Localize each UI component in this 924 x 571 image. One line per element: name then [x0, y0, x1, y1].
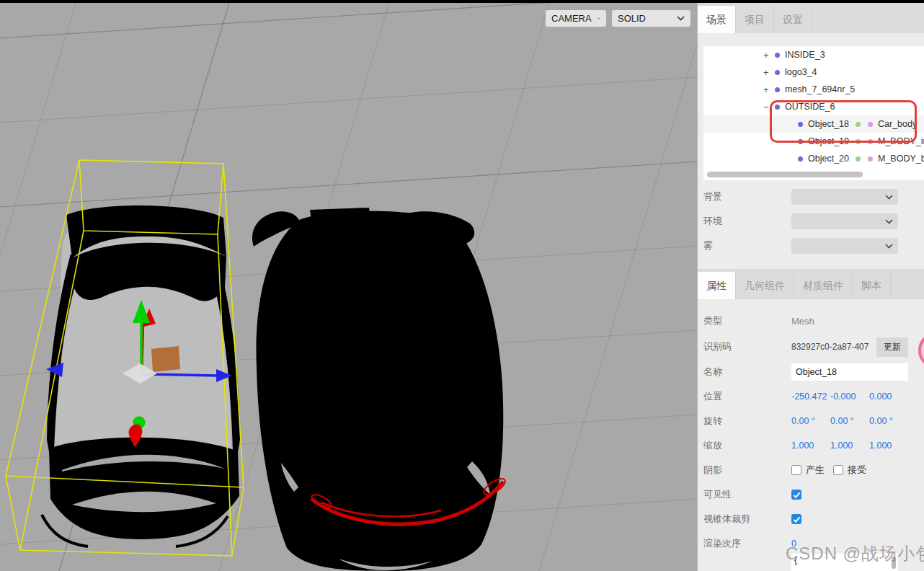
material-name: M_BODY_inside — [878, 136, 924, 146]
viewport-3d-canvas[interactable]: CAMERA SOLID — [0, 3, 697, 571]
outliner-row-inside3[interactable]: + INSIDE_3 — [703, 46, 924, 63]
visible-row: 可见性 — [703, 486, 923, 503]
environment-row: 环境 — [703, 213, 923, 230]
tab-settings[interactable]: 设置 — [774, 6, 812, 33]
crate-object[interactable] — [151, 346, 180, 372]
render-order-value[interactable]: 0 — [791, 539, 796, 549]
frustum-row: 视锥体裁剪 — [703, 510, 923, 528]
expand-toggle[interactable]: + — [763, 50, 775, 61]
object-dot — [798, 122, 803, 127]
position-label: 位置 — [703, 390, 791, 403]
check-icon — [793, 492, 801, 498]
fog-label: 雾 — [703, 239, 791, 252]
user-data-textarea[interactable]: { — [791, 554, 898, 571]
object-name: Object_18 — [808, 119, 849, 129]
tab-project[interactable]: 项目 — [736, 6, 774, 33]
position-y[interactable]: -0.000 — [830, 391, 869, 402]
rotation-x[interactable]: 0.00 ° — [791, 416, 830, 426]
collapse-toggle[interactable]: − — [763, 102, 775, 112]
type-row: 类型 Mesh — [703, 312, 923, 329]
visible-label: 可见性 — [703, 488, 791, 501]
shadow-cast-label: 产生 — [806, 464, 825, 477]
chevron-down-icon — [885, 195, 893, 200]
scale-label: 缩放 — [703, 439, 791, 452]
material-name: Car_body — [878, 119, 917, 129]
object-tabbar: 属性 几何组件 材质组件 脚本 — [698, 269, 924, 299]
chevron-down-icon — [885, 244, 893, 249]
geometry-dot — [856, 156, 861, 161]
type-label: 类型 — [703, 314, 791, 327]
tab-scene[interactable]: 场景 — [698, 6, 736, 33]
material-dot — [868, 156, 873, 161]
object-dot — [775, 87, 780, 92]
environment-select[interactable] — [791, 213, 898, 229]
shadow-receive-checkbox[interactable] — [833, 465, 843, 475]
check-icon — [793, 516, 801, 523]
object-name: Object_19 — [808, 136, 849, 146]
shading-select-value: SOLID — [618, 13, 646, 24]
user-data-value: { — [794, 555, 797, 565]
name-input[interactable] — [791, 363, 908, 381]
scene-outliner[interactable]: + INSIDE_3 + logo3_4 + mesh_7_694nr_5 − … — [703, 46, 924, 180]
object-dot — [775, 53, 780, 58]
car-model-second[interactable] — [252, 208, 507, 571]
shadow-row: 阴影 产生 接受 — [703, 461, 923, 479]
position-z[interactable]: 0.000 — [869, 391, 908, 402]
outliner-row-object19[interactable]: Object_19 M_BODY_inside — [703, 133, 924, 150]
scale-x[interactable]: 1.000 — [791, 441, 830, 451]
scale-z[interactable]: 1.000 — [869, 441, 908, 451]
rotation-label: 旋转 — [703, 415, 791, 428]
tab-geometry[interactable]: 几何组件 — [736, 272, 794, 299]
scale-row: 缩放 1.000 1.000 1.000 — [703, 437, 923, 454]
object-dot — [798, 139, 803, 144]
fog-row: 雾 — [703, 237, 923, 254]
object-name: Object_20 — [808, 154, 849, 164]
rotation-z[interactable]: 0.00 ° — [869, 416, 908, 426]
expand-toggle[interactable]: + — [763, 67, 775, 78]
uuid-label: 识别码 — [703, 340, 791, 353]
outliner-row-object20[interactable]: Object_20 M_BODY_black — [703, 150, 924, 167]
uuid-row: 识别码 832927c0-2a87-407 更新 — [703, 338, 923, 355]
outliner-row-logo3[interactable]: + logo3_4 — [703, 63, 924, 81]
background-label: 背景 — [703, 190, 791, 203]
tab-script[interactable]: 脚本 — [853, 272, 891, 299]
outliner-row-object18[interactable]: Object_18 Car_body — [703, 115, 924, 133]
tab-material[interactable]: 材质组件 — [794, 272, 853, 299]
uuid-value: 832927c0-2a87-407 — [791, 342, 872, 352]
rotation-y[interactable]: 0.00 ° — [830, 416, 869, 426]
material-dot — [868, 122, 873, 127]
object-name: mesh_7_694nr_5 — [785, 84, 855, 94]
chevron-down-icon — [598, 16, 600, 21]
outliner-row-mesh7[interactable]: + mesh_7_694nr_5 — [703, 81, 924, 98]
expand-toggle[interactable]: + — [763, 84, 775, 95]
uuid-update-button[interactable]: 更新 — [876, 337, 908, 357]
position-x[interactable]: -250.472 — [791, 391, 830, 402]
shading-select[interactable]: SOLID — [612, 10, 690, 27]
position-row: 位置 -250.472 -0.000 0.000 — [703, 388, 923, 405]
camera-select[interactable]: CAMERA — [546, 10, 606, 27]
shadow-cast-checkbox[interactable] — [791, 465, 801, 475]
render-order-row: 渲染次序 0 — [703, 535, 923, 552]
vertical-scrollbar[interactable] — [892, 557, 896, 569]
object-name: OUTSIDE_6 — [785, 102, 835, 112]
background-select[interactable] — [791, 189, 898, 205]
scale-y[interactable]: 1.000 — [830, 441, 869, 451]
panel-tabbar: 场景 项目 设置 — [698, 3, 924, 33]
object-name: INSIDE_3 — [785, 50, 825, 60]
side-panel: 场景 项目 设置 + INSIDE_3 + logo3_4 + mesh_7_6… — [697, 3, 924, 571]
chevron-down-icon — [677, 16, 685, 21]
top-border — [0, 0, 924, 3]
tab-properties[interactable]: 属性 — [698, 272, 736, 299]
fog-select[interactable] — [791, 238, 898, 254]
shadow-label: 阴影 — [703, 464, 791, 477]
render-order-label: 渲染次序 — [703, 537, 791, 550]
frustum-checkbox[interactable] — [791, 514, 801, 524]
outliner-row-outside6[interactable]: − OUTSIDE_6 — [703, 98, 924, 115]
visible-checkbox[interactable] — [791, 490, 801, 500]
background-row: 背景 — [703, 188, 923, 205]
object-dot — [798, 156, 803, 161]
horizontal-scrollbar[interactable] — [707, 172, 863, 177]
geometry-dot — [856, 139, 861, 144]
chevron-down-icon — [885, 219, 893, 224]
name-label: 名称 — [703, 366, 791, 379]
